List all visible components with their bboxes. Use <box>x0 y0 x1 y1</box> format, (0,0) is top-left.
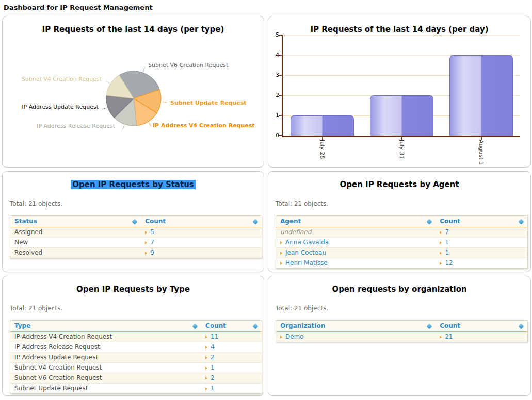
table-cell: Subnet V4 Creation Request <box>10 363 201 373</box>
table-cell: New <box>10 238 141 247</box>
bar-july-31[interactable] <box>370 95 433 136</box>
table-cell: 2 <box>201 373 262 383</box>
column-header-count[interactable]: Count <box>436 216 527 227</box>
table-row: Resolved9 <box>10 247 262 258</box>
table-cell: 1 <box>201 363 262 373</box>
column-header-count[interactable]: Count <box>141 216 262 227</box>
row-arrow-icon <box>145 231 147 234</box>
organization-panel-title: Open requests by organization <box>268 285 530 294</box>
pie-label-leader-line <box>103 108 107 109</box>
pie-slice-label: IP Address V4 Creation Request <box>153 122 255 129</box>
cell-link[interactable]: Jean Cocteau <box>285 249 326 256</box>
cell-link[interactable]: 1 <box>211 364 215 371</box>
row-arrow-icon <box>205 377 207 380</box>
sort-icon[interactable] <box>427 219 432 224</box>
cell-link[interactable]: 5 <box>150 228 154 236</box>
table-cell: IP Address Release Request <box>10 342 201 352</box>
row-arrow-icon <box>205 366 207 370</box>
column-header-type[interactable]: Type <box>10 321 201 331</box>
status-panel-title: Open IP Requests by Status <box>3 180 264 189</box>
bar-chart-title: IP Requests of the last 14 days (per day… <box>268 25 530 34</box>
column-header-count[interactable]: Count <box>436 321 527 331</box>
pie-label-leader-line <box>162 102 167 102</box>
gridline <box>283 35 520 36</box>
cell-link[interactable]: 1 <box>211 385 215 392</box>
column-header-label: Count <box>145 216 166 227</box>
table-cell: 1 <box>436 238 527 247</box>
column-header-count[interactable]: Count <box>201 321 262 331</box>
agent-table: AgentCountundefined7Anna Gavalda1Jean Co… <box>276 215 528 269</box>
bar-july-28[interactable] <box>291 115 354 136</box>
table-cell: 1 <box>201 384 262 393</box>
sort-icon[interactable] <box>427 323 432 329</box>
cell-text: undefined <box>280 228 311 236</box>
cell-link[interactable]: 1 <box>445 239 449 246</box>
cell-link[interactable]: Anna Gavalda <box>285 239 329 246</box>
pie-label-leader-line <box>123 125 124 129</box>
cell-text: Subnet V6 Creation Request <box>14 374 102 381</box>
cell-link[interactable]: 21 <box>445 333 453 340</box>
sort-icon[interactable] <box>518 219 524 224</box>
panel-requests-by-status: Open IP Requests by Status Total: 21 obj… <box>2 171 264 272</box>
cell-link[interactable]: 4 <box>211 343 215 351</box>
table-cell: 2 <box>201 353 262 362</box>
status-table: StatusCountAssigned5New7Resolved9 <box>10 215 262 258</box>
agent-panel-title: Open IP Requests by Agent <box>268 180 530 189</box>
bar-august-1[interactable] <box>449 55 513 136</box>
panel-bar-chart: IP Requests of the last 14 days (per day… <box>268 16 531 168</box>
table-cell: 11 <box>201 332 262 342</box>
column-header-agent[interactable]: Agent <box>276 216 436 227</box>
cell-link[interactable]: 2 <box>211 374 215 381</box>
status-panel-title-text: Open IP Requests by Status <box>71 180 196 189</box>
row-arrow-icon <box>440 231 442 234</box>
data-table: AgentCountundefined7Anna Gavalda1Jean Co… <box>276 215 528 269</box>
column-header-organization[interactable]: Organization <box>276 321 436 331</box>
organization-panel-title-text: Open requests by organization <box>332 285 466 294</box>
type-table: TypeCountIP Address V4 Creation Request1… <box>10 320 262 394</box>
sort-icon[interactable] <box>518 323 524 329</box>
pie-label-leader-line <box>106 81 110 84</box>
table-row: Subnet Update Request1 <box>10 383 262 393</box>
table-header-row: OrganizationCount <box>276 321 527 332</box>
cell-link[interactable]: 9 <box>150 249 154 256</box>
table-cell: Anna Gavalda <box>276 238 436 247</box>
cell-link[interactable]: Demo <box>285 333 304 340</box>
data-table: OrganizationCountDemo21 <box>276 320 528 342</box>
cell-link[interactable]: 2 <box>211 354 215 361</box>
table-cell: Demo <box>276 332 436 342</box>
table-cell: IP Address Update Request <box>10 353 201 362</box>
column-header-label: Agent <box>280 216 301 227</box>
row-arrow-icon <box>440 252 442 255</box>
data-table: StatusCountAssigned5New7Resolved9 <box>10 215 262 258</box>
sort-icon[interactable] <box>252 323 258 329</box>
cell-link[interactable]: Henri Matisse <box>285 259 328 266</box>
pie-slice-label: IP Address Update Request <box>8 104 99 110</box>
column-header-status[interactable]: Status <box>10 216 141 227</box>
sort-icon[interactable] <box>132 219 138 224</box>
row-arrow-icon <box>280 252 282 255</box>
row-arrow-icon <box>280 262 282 265</box>
pie-label-leader-line <box>149 123 151 127</box>
table-cell: 9 <box>141 248 262 258</box>
cell-link[interactable]: 12 <box>445 259 453 266</box>
table-cell: Resolved <box>10 248 141 258</box>
cell-link[interactable]: 7 <box>150 239 154 246</box>
y-axis-label: 1 <box>268 112 279 119</box>
cell-link[interactable]: 11 <box>211 333 218 340</box>
cell-link[interactable]: 7 <box>445 228 449 236</box>
panel-requests-by-agent: Open IP Requests by Agent Total: 21 obje… <box>268 171 531 272</box>
table-cell: 5 <box>141 227 262 237</box>
cell-text: Resolved <box>14 249 42 256</box>
sort-icon[interactable] <box>252 219 258 224</box>
cell-text: IP Address Release Request <box>14 343 100 351</box>
dashboard-grid: IP Requests of the last 14 days (per typ… <box>2 16 531 396</box>
x-axis-label: July 28 <box>319 140 326 159</box>
bar-chart-title-text: IP Requests of the last 14 days (per day… <box>310 25 488 34</box>
panel-requests-by-organization: Open requests by organization Total: 21 … <box>268 276 531 396</box>
sort-icon[interactable] <box>192 323 198 329</box>
agent-panel-title-text: Open IP Requests by Agent <box>340 180 459 189</box>
data-table: TypeCountIP Address V4 Creation Request1… <box>10 320 262 394</box>
row-arrow-icon <box>440 262 442 265</box>
y-axis-label: 0 <box>268 132 279 139</box>
cell-link[interactable]: 1 <box>445 249 449 256</box>
